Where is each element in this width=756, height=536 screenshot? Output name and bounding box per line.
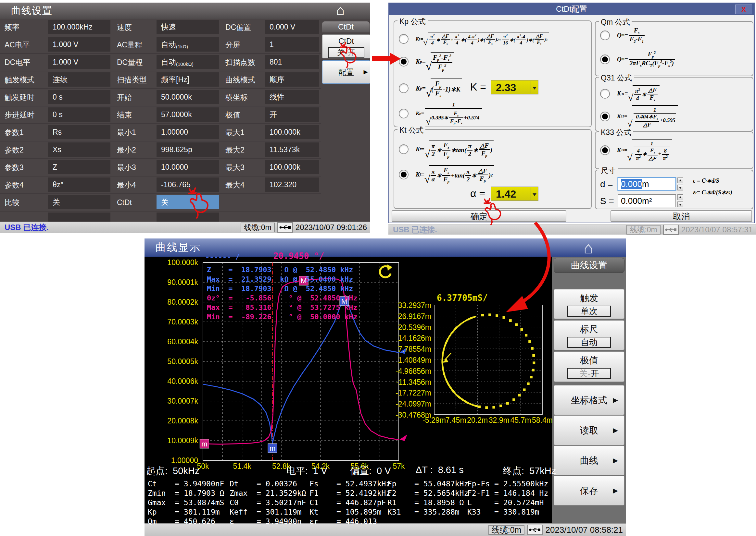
setting-value-cell[interactable]: Xs bbox=[48, 143, 110, 157]
setting-value-cell[interactable]: 0.000 V bbox=[265, 20, 319, 34]
alpha-param-dropdown[interactable]: 1.42 bbox=[491, 186, 538, 201]
info-item: ΔT :8.61 s bbox=[416, 465, 464, 475]
refresh-icon[interactable] bbox=[378, 264, 393, 279]
setting-label: 结束 bbox=[112, 106, 157, 124]
kt-option-1: Kt = πα∗FsFp+tan(π2∗△FFp)2 bbox=[399, 162, 494, 187]
cable-length-badge: 线缆:0m bbox=[241, 222, 274, 232]
k-param-dropdown[interactable]: 2.33 bbox=[491, 80, 538, 94]
radio-kp-1[interactable] bbox=[399, 57, 409, 67]
ctdt-config-button[interactable]: 配置 ► bbox=[322, 60, 370, 84]
setting-label: 最小4 bbox=[112, 177, 157, 194]
x-axis-tick: 51.4k bbox=[224, 462, 260, 471]
setting-value-cell[interactable]: 线性 bbox=[265, 90, 319, 104]
d-input[interactable]: 0.000m bbox=[618, 178, 676, 190]
sidebar-button-4[interactable]: 坐标格式► bbox=[554, 385, 625, 415]
radio-kt-1[interactable] bbox=[399, 170, 409, 180]
setting-value-cell[interactable]: Rs bbox=[48, 125, 110, 139]
setting-value-cell[interactable]: 0 s bbox=[48, 107, 110, 122]
d-stepper[interactable] bbox=[677, 178, 684, 190]
ctdt-toggle-state[interactable]: 关-开 bbox=[328, 47, 364, 58]
setting-label: AC电平 bbox=[0, 36, 48, 54]
setting-value-cell[interactable]: 100.000kHz bbox=[48, 20, 110, 34]
sidebar-button-1[interactable]: 触发单次 bbox=[554, 289, 625, 319]
setting-label: 参数1 bbox=[0, 124, 48, 142]
radio-kp-2[interactable] bbox=[399, 84, 409, 93]
sidebar-button-state[interactable]: 关-开 bbox=[567, 368, 611, 379]
setting-value-cell[interactable]: 998.625p bbox=[157, 143, 219, 157]
group-title-k33: K33 公式 bbox=[599, 127, 633, 138]
s-input[interactable]: 0.000m² bbox=[618, 194, 676, 207]
setting-value-cell[interactable]: 1 bbox=[265, 37, 319, 51]
setting-value-cell[interactable]: Z bbox=[48, 160, 110, 174]
s-stepper[interactable] bbox=[677, 194, 684, 207]
radio-q31-0[interactable] bbox=[600, 89, 610, 99]
setting-value-cell[interactable]: 1.000 V bbox=[48, 55, 110, 69]
setting-value-cell[interactable]: 开 bbox=[265, 107, 319, 122]
ok-button[interactable]: 确定 bbox=[392, 210, 566, 222]
circle-y-tick: 1.40849m bbox=[376, 356, 431, 365]
setting-value-cell[interactable]: 自动(1kΩ) bbox=[157, 37, 219, 51]
sidebar-button-5[interactable]: 读取► bbox=[554, 415, 625, 445]
y-axis-tick: 100.000k bbox=[143, 258, 198, 267]
setting-label: 最小3 bbox=[112, 159, 157, 177]
setting-label: 参数3 bbox=[0, 159, 48, 177]
setting-value-cell[interactable]: 0 s bbox=[48, 90, 110, 104]
radio-qm-0[interactable] bbox=[600, 30, 610, 40]
radio-kt-0[interactable] bbox=[399, 144, 409, 154]
group-title-kt: Kt 公式 bbox=[397, 125, 425, 135]
sidebar-button-6[interactable]: 曲线► bbox=[554, 446, 625, 475]
setting-value-cell[interactable]: θz° bbox=[48, 178, 110, 192]
result-cell: Kt = 105.895m bbox=[309, 507, 387, 517]
setting-label: 最大4 bbox=[221, 177, 265, 194]
sidebar-button-2[interactable]: 标尺自动 bbox=[554, 320, 625, 350]
setting-value-cell[interactable]: 57.0000k bbox=[157, 107, 219, 122]
ctdt-toggle-button[interactable]: CtDt 关-开 bbox=[322, 34, 370, 58]
setting-value-cell[interactable]: 快速 bbox=[157, 20, 219, 34]
setting-value-cell[interactable]: 关 bbox=[48, 195, 110, 209]
setting-value-cell[interactable]: 1.00000 bbox=[157, 125, 219, 139]
cancel-button[interactable]: 取消 bbox=[611, 210, 752, 222]
setting-value-cell[interactable]: 频率[Hz] bbox=[157, 72, 219, 86]
setting-value-cell[interactable]: 顺序 bbox=[265, 72, 319, 86]
radio-kp-0[interactable] bbox=[399, 34, 409, 44]
setting-label: 最大3 bbox=[221, 159, 265, 177]
home-icon[interactable]: ⌂ bbox=[584, 240, 593, 256]
setting-value-cell[interactable]: 100.000k bbox=[265, 160, 319, 174]
kt-formula-0: Kt = π2∗FsFp∗tan(π2∗△FFp) bbox=[416, 140, 494, 159]
setting-value-cell[interactable]: 关 bbox=[157, 195, 219, 209]
home-icon[interactable]: ⌂ bbox=[336, 2, 345, 18]
circle-y-tick: -11.3456m bbox=[376, 378, 431, 387]
setting-value-cell[interactable]: 自动(100kΩ) bbox=[157, 55, 219, 69]
curve-settings-tab[interactable]: 曲线设置 bbox=[554, 258, 625, 273]
setting-value-cell[interactable]: 10.0000 bbox=[157, 160, 219, 174]
y-axis-tick: 70.0003k bbox=[143, 318, 198, 326]
radio-k33-0[interactable] bbox=[600, 145, 610, 155]
radio-kp-3[interactable] bbox=[399, 109, 409, 118]
setting-value-cell[interactable]: -106.765 bbox=[157, 178, 219, 192]
radio-qm-1[interactable] bbox=[600, 54, 610, 64]
setting-value-cell[interactable]: 1.000 V bbox=[48, 37, 110, 51]
circle-y-tick: 33.2937m bbox=[376, 301, 431, 310]
close-icon[interactable]: X bbox=[735, 5, 752, 14]
setting-value-cell[interactable]: 连续 bbox=[48, 72, 110, 86]
sidebar-button-3[interactable]: 极值关-开 bbox=[554, 352, 625, 382]
group-title-kp: Kp 公式 bbox=[397, 17, 428, 27]
clock-text: 2023/10/07 08:58:21 bbox=[545, 525, 623, 535]
setting-value-cell[interactable]: 11.5373k bbox=[265, 143, 319, 157]
kp-formula-2: Kp = (FpFs-1)∗K bbox=[416, 79, 462, 98]
legend-line: Max = 85.316 ° @ 53.7275 kHz bbox=[207, 303, 358, 312]
admittance-circle-chart bbox=[434, 305, 542, 415]
svg-text:m: m bbox=[201, 440, 207, 448]
setting-value-cell[interactable]: 50.0000k bbox=[157, 90, 219, 104]
y-axis-tick: 30.0007k bbox=[143, 397, 198, 406]
radio-q31-1[interactable] bbox=[600, 112, 610, 121]
setting-value-cell[interactable]: 102.320 bbox=[265, 178, 319, 192]
sidebar-button-state[interactable]: 自动 bbox=[567, 337, 611, 348]
setting-value-cell[interactable]: 100.000k bbox=[265, 125, 319, 139]
qm-formula-1: Qm = Fp22πFsRCT(Fp2-Fs2) bbox=[617, 50, 675, 68]
setting-label: DC电平 bbox=[0, 54, 48, 71]
setting-value-cell[interactable]: 801 bbox=[265, 55, 319, 69]
sidebar-button-label: 标尺 bbox=[554, 323, 624, 335]
sidebar-button-state[interactable]: 单次 bbox=[567, 306, 611, 317]
circle-y-tick: -4.96856m bbox=[376, 367, 431, 376]
